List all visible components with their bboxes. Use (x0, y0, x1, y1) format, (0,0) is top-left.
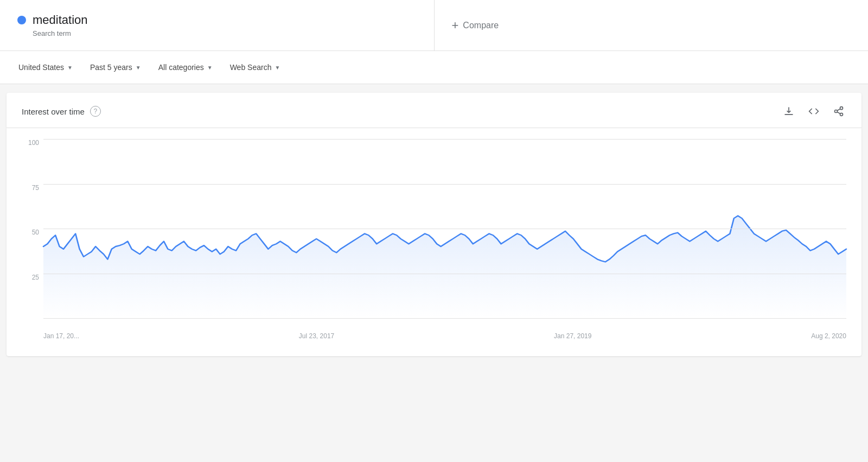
top-section: meditation Search term + Compare (0, 0, 868, 51)
time-range-chevron-icon: ▼ (136, 65, 141, 71)
chart-actions (781, 104, 846, 119)
location-label: United States (18, 63, 64, 72)
y-label-50: 50 (32, 229, 39, 236)
svg-point-0 (840, 107, 843, 110)
download-button[interactable] (781, 104, 796, 119)
x-label-jan-2019: Jan 27, 2019 (554, 332, 591, 340)
search-term-box: meditation Search term (0, 0, 435, 50)
compare-box: + Compare (435, 0, 869, 50)
svg-point-1 (835, 110, 838, 113)
y-label-100: 100 (28, 139, 39, 147)
chart-inner: 100 75 50 25 (22, 139, 846, 340)
x-label-jul-2017: Jul 23, 2017 (299, 332, 334, 340)
share-button[interactable] (831, 104, 846, 119)
search-term-header: meditation (17, 13, 417, 27)
categories-label: All categories (158, 63, 204, 72)
y-label-75: 75 (32, 184, 39, 192)
time-range-label: Past 5 years (90, 63, 132, 72)
grid-line-50 (43, 229, 846, 229)
location-chevron-icon: ▼ (67, 65, 73, 71)
grid-line-100 (43, 139, 846, 140)
svg-line-4 (837, 109, 840, 110)
compare-button[interactable]: + Compare (452, 18, 499, 33)
filters-bar: United States ▼ Past 5 years ▼ All categ… (0, 51, 868, 84)
chart-container: 100 75 50 25 (7, 128, 861, 356)
grid-line-25 (43, 274, 846, 274)
search-type-filter[interactable]: Web Search ▼ (222, 59, 288, 76)
search-type-label: Web Search (230, 63, 272, 72)
embed-button[interactable] (806, 104, 821, 119)
search-term-name: meditation (33, 13, 88, 27)
svg-point-2 (840, 113, 843, 116)
svg-line-3 (837, 112, 840, 113)
x-label-aug-2020: Aug 2, 2020 (811, 332, 846, 340)
x-label-jan-2016: Jan 17, 20... (43, 332, 79, 340)
location-filter[interactable]: United States ▼ (11, 59, 80, 76)
y-axis-labels: 100 75 50 25 (22, 139, 43, 318)
chart-header: Interest over time ? (7, 93, 861, 128)
categories-filter[interactable]: All categories ▼ (151, 59, 220, 76)
grid-line-0 (43, 318, 846, 319)
x-axis-labels: Jan 17, 20... Jul 23, 2017 Jan 27, 2019 … (43, 328, 846, 340)
categories-chevron-icon: ▼ (207, 65, 213, 71)
grid-line-75 (43, 184, 846, 185)
chart-title: Interest over time (22, 107, 85, 116)
search-term-dot (17, 16, 26, 24)
search-term-label: Search term (33, 29, 417, 37)
chart-title-group: Interest over time ? (22, 106, 101, 117)
plus-icon: + (452, 18, 459, 33)
help-icon[interactable]: ? (90, 106, 101, 117)
main-content: Interest over time ? (7, 93, 861, 356)
search-type-chevron-icon: ▼ (275, 65, 280, 71)
chart-plot-area (43, 139, 846, 318)
compare-label: Compare (463, 21, 499, 30)
y-label-25: 25 (32, 274, 39, 281)
time-range-filter[interactable]: Past 5 years ▼ (82, 59, 149, 76)
